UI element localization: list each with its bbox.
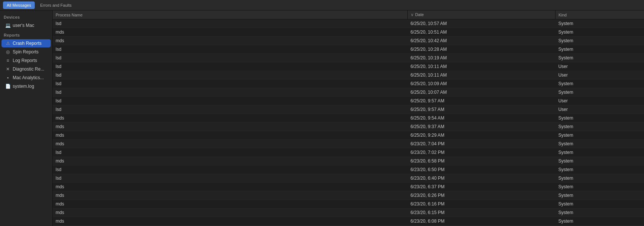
cell-kind: System (555, 165, 644, 174)
sidebar-item-crash-reports[interactable]: ⚠Crash Reports (1, 39, 51, 47)
table-row[interactable]: lsd6/25/20, 10:19 AMSystem (53, 54, 644, 62)
cell-date: 6/23/20, 6:40 PM (407, 174, 555, 183)
cell-kind: User (555, 97, 644, 105)
cell-process: lsd (53, 148, 407, 157)
cell-process: mds (53, 123, 407, 131)
table-row[interactable]: mds6/23/20, 6:58 PMSystem (53, 157, 644, 165)
cell-process: lsd (53, 88, 407, 97)
sidebar-item-spin-reports[interactable]: ◎Spin Reports (1, 48, 51, 56)
cell-kind: System (555, 191, 644, 200)
crash-reports-table: Process Name∨DateKind lsd6/25/20, 10:57 … (53, 10, 644, 226)
cell-date: 6/23/20, 6:50 PM (407, 165, 555, 174)
table-row[interactable]: mds6/23/20, 6:15 PMSystem (53, 208, 644, 217)
devices-list: 💻user's Mac (0, 21, 52, 30)
col-header-process-name[interactable]: Process Name (53, 10, 407, 19)
cell-kind: System (555, 80, 644, 88)
cell-kind: System (555, 54, 644, 62)
log-reports-icon: ≡ (5, 58, 10, 63)
sidebar-item-label: Mac Analytics... (13, 75, 44, 80)
cell-date: 6/23/20, 6:58 PM (407, 157, 555, 165)
table-row[interactable]: mds6/23/20, 6:26 PMSystem (53, 191, 644, 200)
sidebar-item-users-mac[interactable]: 💻user's Mac (1, 21, 51, 30)
table-wrapper[interactable]: Process Name∨DateKind lsd6/25/20, 10:57 … (53, 10, 644, 226)
table-row[interactable]: mds6/23/20, 6:37 PMSystem (53, 183, 644, 191)
col-header-kind[interactable]: Kind (555, 10, 644, 19)
cell-kind: System (555, 45, 644, 54)
table-row[interactable]: lsd6/25/20, 10:07 AMSystem (53, 88, 644, 97)
cell-process: mds (53, 217, 407, 226)
cell-kind: System (555, 157, 644, 165)
cell-kind: System (555, 37, 644, 45)
col-header-date[interactable]: ∨Date (407, 10, 555, 19)
cell-process: mds (53, 183, 407, 191)
table-row[interactable]: mds6/25/20, 9:37 AMSystem (53, 123, 644, 131)
cell-date: 6/23/20, 6:16 PM (407, 200, 555, 208)
sidebar-item-label: Log Reports (13, 58, 37, 63)
table-row[interactable]: mds6/25/20, 9:29 AMSystem (53, 131, 644, 140)
table-row[interactable]: mds6/25/20, 10:42 AMSystem (53, 37, 644, 45)
sidebar-item-mac-analytics[interactable]: ▪Mac Analytics... (1, 74, 51, 82)
toolbar: All Messages Errors and Faults (0, 0, 644, 10)
sidebar-item-label: Crash Reports (13, 41, 41, 46)
cell-process: mds (53, 191, 407, 200)
cell-process: mds (53, 200, 407, 208)
cell-kind: System (555, 131, 644, 140)
cell-date: 6/25/20, 10:42 AM (407, 37, 555, 45)
cell-date: 6/23/20, 6:15 PM (407, 208, 555, 217)
diagnostic-icon: ✕ (5, 66, 10, 72)
table-row[interactable]: lsd6/25/20, 10:57 AMSystem (53, 19, 644, 28)
cell-process: lsd (53, 174, 407, 183)
table-row[interactable]: lsd6/23/20, 7:02 PMSystem (53, 148, 644, 157)
cell-kind: System (555, 174, 644, 183)
cell-kind: System (555, 200, 644, 208)
cell-kind: System (555, 28, 644, 37)
cell-date: 6/23/20, 6:26 PM (407, 191, 555, 200)
table-row[interactable]: lsd6/25/20, 10:09 AMSystem (53, 80, 644, 88)
cell-process: lsd (53, 45, 407, 54)
errors-faults-button[interactable]: Errors and Faults (36, 1, 75, 9)
table-row[interactable]: mds6/23/20, 7:04 PMSystem (53, 140, 644, 148)
table-row[interactable]: lsd6/25/20, 10:28 AMSystem (53, 45, 644, 54)
cell-kind: User (555, 62, 644, 71)
cell-process: mds (53, 157, 407, 165)
cell-date: 6/25/20, 10:19 AM (407, 54, 555, 62)
cell-date: 6/25/20, 9:54 AM (407, 114, 555, 123)
cell-kind: System (555, 183, 644, 191)
table-row[interactable]: lsd6/25/20, 10:11 AMUser (53, 62, 644, 71)
table-row[interactable]: lsd6/25/20, 9:57 AMUser (53, 97, 644, 105)
cell-process: lsd (53, 97, 407, 105)
cell-date: 6/25/20, 10:07 AM (407, 88, 555, 97)
table-row[interactable]: mds6/23/20, 6:08 PMSystem (53, 217, 644, 226)
cell-kind: System (555, 148, 644, 157)
sidebar-item-label: Diagnostic Re... (13, 66, 44, 72)
table-row[interactable]: lsd6/25/20, 9:57 AMUser (53, 105, 644, 114)
cell-date: 6/25/20, 10:09 AM (407, 80, 555, 88)
cell-kind: System (555, 88, 644, 97)
cell-date: 6/23/20, 7:02 PM (407, 148, 555, 157)
table-row[interactable]: mds6/23/20, 6:16 PMSystem (53, 200, 644, 208)
table-row[interactable]: lsd6/23/20, 6:40 PMSystem (53, 174, 644, 183)
table-row[interactable]: lsd6/25/20, 10:11 AMUser (53, 71, 644, 80)
sidebar-item-label: Spin Reports (13, 49, 38, 55)
cell-kind: System (555, 208, 644, 217)
cell-process: mds (53, 208, 407, 217)
cell-date: 6/25/20, 9:29 AM (407, 131, 555, 140)
table-row[interactable]: lsd6/23/20, 6:50 PMSystem (53, 165, 644, 174)
reports-section-header: Reports (0, 30, 52, 39)
table-row[interactable]: mds6/25/20, 9:54 AMSystem (53, 114, 644, 123)
cell-kind: System (555, 123, 644, 131)
cell-kind: User (555, 105, 644, 114)
table-body: lsd6/25/20, 10:57 AMSystemmds6/25/20, 10… (53, 19, 644, 226)
cell-process: lsd (53, 19, 407, 28)
cell-kind: System (555, 19, 644, 28)
cell-kind: System (555, 140, 644, 148)
content-area: Process Name∨DateKind lsd6/25/20, 10:57 … (53, 10, 644, 226)
all-messages-button[interactable]: All Messages (3, 1, 35, 9)
sidebar-item-diagnostic-re[interactable]: ✕Diagnostic Re... (1, 65, 51, 73)
sidebar-item-system-log[interactable]: 📄system.log (1, 82, 51, 90)
cell-process: lsd (53, 54, 407, 62)
cell-kind: System (555, 114, 644, 123)
sidebar-item-log-reports[interactable]: ≡Log Reports (1, 56, 51, 65)
reports-list: ⚠Crash Reports◎Spin Reports≡Log Reports✕… (0, 39, 52, 90)
table-row[interactable]: mds6/25/20, 10:51 AMSystem (53, 28, 644, 37)
